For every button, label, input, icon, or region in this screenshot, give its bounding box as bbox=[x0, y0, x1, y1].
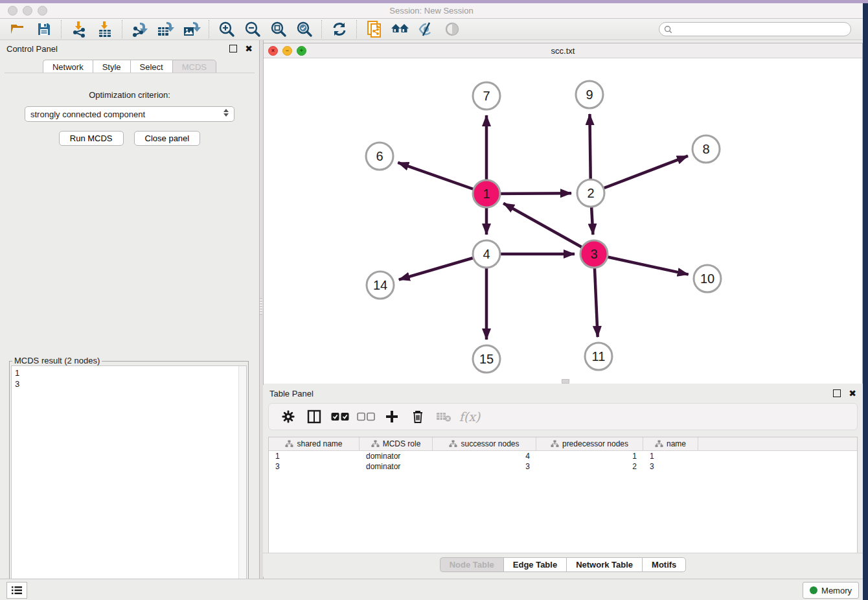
float-panel-icon[interactable] bbox=[229, 45, 237, 52]
table-header-row[interactable]: shared nameMCDS rolesuccessor nodesprede… bbox=[269, 437, 857, 451]
result-scrollbar[interactable] bbox=[238, 366, 246, 600]
home-layout-icon[interactable] bbox=[387, 19, 413, 39]
zoom-selected-icon[interactable] bbox=[291, 19, 317, 39]
graph-node-label-2: 2 bbox=[587, 186, 594, 200]
column-header-shared-name[interactable]: shared name bbox=[269, 437, 360, 450]
table-cell[interactable]: 1 bbox=[536, 452, 643, 461]
preview-icon[interactable] bbox=[439, 19, 465, 39]
close-table-panel-icon[interactable]: ✖ bbox=[849, 388, 856, 398]
column-sort-icon bbox=[449, 440, 457, 448]
network-view-window: × − + scc.txt 7968124314101511 bbox=[263, 43, 863, 384]
graph-node-label-15: 15 bbox=[479, 352, 494, 366]
column-layout-icon[interactable] bbox=[303, 406, 326, 427]
column-sort-icon bbox=[371, 440, 380, 448]
table-cell[interactable]: dominator bbox=[360, 452, 433, 461]
function-builder-icon[interactable]: f(x) bbox=[458, 406, 481, 427]
main-toolbar bbox=[0, 19, 863, 40]
table-body[interactable]: 1dominator4113dominator323 bbox=[269, 451, 857, 472]
column-header-MCDS-role[interactable]: MCDS role bbox=[360, 437, 433, 450]
table-panel: Table Panel ✖ bbox=[263, 385, 863, 577]
memory-label: Memory bbox=[821, 586, 852, 595]
tab-node-table[interactable]: Node Table bbox=[440, 557, 503, 572]
close-panel-icon[interactable]: ✖ bbox=[245, 43, 253, 54]
mcds-panel-body: Optimization criterion: strongly connect… bbox=[5, 73, 255, 570]
table-cell[interactable]: 4 bbox=[433, 452, 536, 461]
import-table-icon[interactable] bbox=[92, 19, 118, 39]
window-titlebar[interactable]: Session: New Session bbox=[0, 3, 863, 19]
memory-button[interactable]: Memory bbox=[803, 582, 859, 599]
import-network-icon[interactable] bbox=[66, 19, 92, 39]
column-sort-icon bbox=[655, 440, 663, 448]
column-sort-icon bbox=[285, 440, 293, 448]
application-window: Session: New Session bbox=[0, 0, 868, 600]
dropdown-stepper-icon bbox=[223, 109, 229, 117]
table-row[interactable]: 1dominator411 bbox=[269, 451, 857, 461]
node-table[interactable]: shared nameMCDS rolesuccessor nodesprede… bbox=[268, 437, 858, 553]
delete-table-icon[interactable] bbox=[432, 406, 455, 427]
toolbar-separator bbox=[61, 20, 62, 38]
edge-3-1[interactable] bbox=[503, 203, 594, 254]
canvas-scroll-grip[interactable] bbox=[562, 379, 569, 384]
graph-node-label-7: 7 bbox=[483, 89, 490, 103]
network-canvas[interactable]: 7968124314101511 bbox=[264, 58, 862, 384]
zoom-out-icon[interactable] bbox=[240, 19, 266, 39]
deselect-all-icon[interactable] bbox=[354, 406, 378, 427]
toolbar-separator bbox=[209, 20, 210, 38]
status-bar: Memory bbox=[0, 579, 868, 600]
zoom-fit-icon[interactable] bbox=[266, 19, 291, 39]
toolbar-separator bbox=[122, 20, 123, 38]
column-header-successor-nodes[interactable]: successor nodes bbox=[433, 437, 536, 450]
tab-motifs[interactable]: Motifs bbox=[642, 557, 686, 572]
graph-node-label-3: 3 bbox=[590, 247, 597, 261]
graph-node-label-10: 10 bbox=[700, 271, 714, 286]
table-cell[interactable]: dominator bbox=[360, 462, 433, 471]
hide-details-icon[interactable] bbox=[413, 19, 439, 39]
export-table-icon[interactable] bbox=[153, 19, 179, 39]
select-all-icon[interactable] bbox=[328, 406, 352, 427]
task-history-button[interactable] bbox=[6, 582, 27, 599]
table-row[interactable]: 3dominator323 bbox=[269, 461, 857, 472]
save-session-icon[interactable] bbox=[31, 19, 57, 39]
settings-gear-icon[interactable] bbox=[277, 406, 300, 427]
table-cell[interactable]: 1 bbox=[269, 452, 360, 461]
control-panel-title: Control Panel bbox=[6, 44, 229, 54]
tab-edge-table[interactable]: Edge Table bbox=[503, 557, 566, 572]
toolbar-separator bbox=[356, 20, 358, 38]
table-toolbar: f(x) bbox=[268, 403, 858, 430]
table-panel-title: Table Panel bbox=[269, 389, 833, 398]
splitter-grip[interactable] bbox=[260, 298, 262, 315]
mcds-result-text[interactable]: 1 3 bbox=[11, 365, 247, 600]
column-header-name[interactable]: name bbox=[643, 437, 698, 450]
network-graph[interactable]: 7968124314101511 bbox=[264, 58, 862, 384]
column-header-label: MCDS role bbox=[383, 439, 421, 448]
zoom-in-icon[interactable] bbox=[214, 19, 240, 39]
criterion-dropdown[interactable]: strongly connected component bbox=[25, 106, 234, 122]
column-header-predecessor-nodes[interactable]: predecessor nodes bbox=[536, 437, 643, 450]
open-file-icon[interactable] bbox=[5, 19, 31, 39]
tab-network-table[interactable]: Network Table bbox=[566, 557, 642, 572]
network-window-title: scc.txt bbox=[264, 46, 862, 56]
refresh-icon[interactable] bbox=[326, 19, 352, 39]
delete-column-icon[interactable] bbox=[406, 406, 429, 427]
search-input[interactable] bbox=[676, 24, 851, 34]
graph-node-label-4: 4 bbox=[483, 247, 490, 261]
add-column-icon[interactable] bbox=[380, 406, 404, 427]
edge-2-8[interactable] bbox=[591, 156, 688, 193]
run-mcds-button[interactable]: Run MCDS bbox=[59, 131, 124, 146]
toolbar-search[interactable] bbox=[659, 22, 851, 36]
table-cell[interactable]: 1 bbox=[643, 452, 698, 461]
control-panel: Control Panel ✖ Network Style Select MCD… bbox=[0, 40, 259, 579]
export-image-icon[interactable] bbox=[179, 19, 205, 39]
table-cell[interactable]: 3 bbox=[643, 462, 698, 471]
table-cell[interactable]: 3 bbox=[433, 462, 536, 471]
close-panel-button[interactable]: Close panel bbox=[134, 131, 201, 146]
table-cell[interactable]: 2 bbox=[536, 462, 643, 471]
column-header-label: successor nodes bbox=[461, 439, 519, 448]
graph-node-label-14: 14 bbox=[373, 278, 387, 292]
copy-network-icon[interactable] bbox=[361, 19, 387, 39]
network-window-titlebar[interactable]: × − + scc.txt bbox=[264, 43, 862, 58]
memory-status-icon bbox=[810, 586, 817, 594]
table-cell[interactable]: 3 bbox=[269, 462, 360, 471]
export-network-icon[interactable] bbox=[127, 19, 153, 39]
float-table-panel-icon[interactable] bbox=[833, 389, 841, 397]
